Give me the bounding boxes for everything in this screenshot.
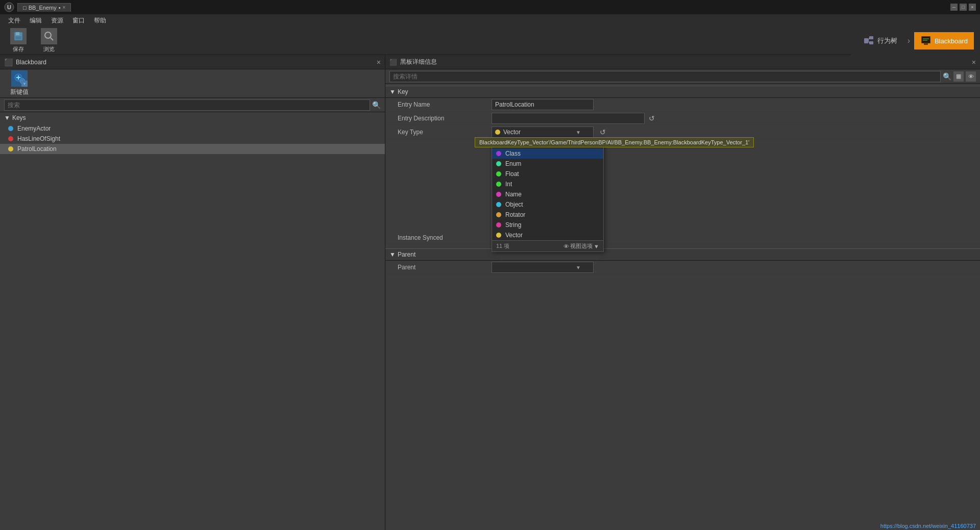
key-item-enemyactor[interactable]: EnemyActor bbox=[0, 123, 385, 134]
maximize-button[interactable]: □ bbox=[960, 4, 967, 11]
menu-bar: 文件 编辑 资源 窗口 帮助 bbox=[0, 14, 980, 27]
details-header-title: 黑板详细信息 bbox=[400, 58, 437, 66]
dropdown-item-class[interactable]: Class bbox=[492, 148, 603, 159]
search-icon[interactable]: 🔍 bbox=[372, 101, 381, 109]
parent-section-header: ▼ Parent bbox=[385, 248, 980, 261]
dropdown-item-name[interactable]: Name bbox=[492, 189, 603, 199]
dropdown-item-string[interactable]: String bbox=[492, 220, 603, 230]
blackboard-panel-icon: ⬛ bbox=[4, 58, 13, 66]
tab-bb-enemy[interactable]: □ BB_Enemy • × bbox=[17, 3, 71, 12]
left-panel-close[interactable]: × bbox=[377, 58, 381, 66]
main-toolbar: 保存 浏览 行为树 › bbox=[0, 27, 980, 55]
keys-list: ▼ Keys EnemyActor HasLineOfSight PatrolL… bbox=[0, 112, 385, 530]
parent-dropdown[interactable]: ▼ bbox=[492, 262, 594, 273]
view-options-button[interactable]: 👁 视图选项 ▼ bbox=[564, 242, 599, 250]
name-dot bbox=[496, 192, 501, 197]
menu-edit[interactable]: 编辑 bbox=[26, 15, 46, 26]
entry-name-row: Entry Name bbox=[385, 98, 980, 112]
tab-icon: □ bbox=[23, 5, 27, 11]
new-key-icon: ▼ ▼ bbox=[11, 70, 28, 87]
dropdown-label-int: Int bbox=[505, 181, 512, 188]
object-dot bbox=[496, 202, 501, 207]
dropdown-item-rotator[interactable]: Rotator bbox=[492, 210, 603, 220]
svg-rect-9 bbox=[869, 41, 873, 44]
dropdown-item-float[interactable]: Float bbox=[492, 169, 603, 179]
dropdown-label-class: Class bbox=[505, 150, 521, 157]
ue-logo: U bbox=[4, 2, 14, 12]
new-key-button[interactable]: ▼ ▼ 新键值 bbox=[6, 68, 33, 98]
float-dot bbox=[496, 171, 501, 176]
entry-desc-reset[interactable]: ↺ bbox=[647, 114, 657, 122]
details-toolbar-icons: ▦ 👁 bbox=[953, 71, 976, 82]
view-options-icon: 👁 bbox=[564, 243, 569, 249]
key-section-collapse[interactable]: ▼ bbox=[389, 88, 396, 95]
svg-rect-16 bbox=[924, 43, 928, 45]
behavior-tree-label: 行为树 bbox=[877, 36, 897, 45]
keys-collapse-icon[interactable]: ▼ bbox=[4, 114, 10, 121]
tab-modified: • bbox=[59, 5, 61, 11]
left-panel-header: ⬛ Blackboard × bbox=[0, 55, 385, 69]
eye-icon[interactable]: 👁 bbox=[966, 71, 976, 82]
details-close-btn[interactable]: × bbox=[972, 58, 976, 66]
svg-line-6 bbox=[51, 38, 53, 40]
svg-rect-13 bbox=[922, 37, 930, 43]
menu-window[interactable]: 窗口 bbox=[68, 15, 89, 26]
parent-section-collapse[interactable]: ▼ bbox=[389, 251, 396, 258]
rotator-dot bbox=[496, 212, 501, 217]
instance-synced-label: Instance Synced bbox=[389, 234, 492, 241]
dropdown-item-vector[interactable]: Vector bbox=[492, 230, 603, 240]
dropdown-label-float: Float bbox=[505, 170, 519, 178]
entry-desc-input[interactable] bbox=[492, 113, 645, 124]
key-type-reset[interactable]: ↺ bbox=[598, 128, 608, 136]
svg-point-5 bbox=[45, 32, 51, 38]
svg-line-11 bbox=[868, 41, 869, 43]
details-search-icon[interactable]: 🔍 bbox=[943, 72, 951, 81]
entry-name-input[interactable] bbox=[492, 99, 594, 110]
class-dot bbox=[496, 151, 501, 156]
browse-button[interactable]: 浏览 bbox=[37, 26, 61, 55]
blackboard-nav[interactable]: Blackboard bbox=[914, 32, 974, 49]
new-key-label: 新键值 bbox=[10, 88, 29, 96]
dropdown-count: 11 项 bbox=[496, 242, 509, 250]
key-item-patrollocation[interactable]: PatrolLocation bbox=[0, 144, 385, 154]
left-panel-title: Blackboard bbox=[16, 59, 46, 66]
details-search-input[interactable] bbox=[389, 71, 941, 82]
key-section-header: ▼ Key bbox=[385, 86, 980, 98]
menu-help[interactable]: 帮助 bbox=[90, 15, 110, 26]
search-input[interactable] bbox=[4, 99, 370, 111]
grid-view-icon[interactable]: ▦ bbox=[953, 71, 964, 82]
details-panel: ⬛ 黑板详细信息 × 🔍 ▦ 👁 ▼ Key bbox=[385, 55, 980, 530]
parent-value: ▼ bbox=[492, 262, 976, 273]
key-item-haslineofsight[interactable]: HasLineOfSight bbox=[0, 134, 385, 144]
details-content: ▼ Key Entry Name Entry Description ↺ bbox=[385, 84, 980, 530]
tab-close[interactable]: × bbox=[63, 5, 66, 10]
menu-file[interactable]: 文件 bbox=[4, 15, 24, 26]
save-icon bbox=[10, 28, 27, 44]
entry-desc-label: Entry Description bbox=[389, 115, 492, 122]
save-button[interactable]: 保存 bbox=[6, 26, 31, 55]
svg-rect-4 bbox=[15, 36, 21, 39]
key-section-label: Key bbox=[398, 88, 408, 95]
minimize-button[interactable]: ─ bbox=[950, 4, 958, 11]
entry-desc-value: ↺ bbox=[492, 113, 976, 124]
key-type-dropdown[interactable]: Vector ▼ bbox=[492, 127, 594, 138]
parent-section-label: Parent bbox=[398, 251, 415, 258]
blackboard-label: Blackboard bbox=[935, 37, 968, 45]
menu-assets[interactable]: 资源 bbox=[47, 15, 67, 26]
new-key-toolbar: ▼ ▼ 新键值 bbox=[0, 69, 385, 98]
dropdown-footer: 11 项 👁 视图选项 ▼ bbox=[492, 240, 603, 251]
close-button[interactable]: × bbox=[969, 4, 976, 11]
dropdown-item-object[interactable]: Object bbox=[492, 199, 603, 210]
keys-section-header: ▼ Keys bbox=[0, 112, 385, 123]
svg-rect-8 bbox=[869, 36, 873, 39]
key-type-dropdown-popup: BlackboardKeyType_Vector'/Game/ThirdPers… bbox=[492, 138, 604, 252]
key-type-label: Key Type bbox=[389, 129, 492, 136]
svg-rect-7 bbox=[864, 38, 868, 43]
dropdown-label-string: String bbox=[505, 221, 521, 229]
behavior-tree-nav[interactable]: 行为树 bbox=[857, 32, 903, 49]
dropdown-label-object: Object bbox=[505, 201, 523, 208]
dropdown-item-enum[interactable]: Enum bbox=[492, 159, 603, 169]
dropdown-item-int[interactable]: Int bbox=[492, 179, 603, 189]
vector-dot bbox=[496, 233, 501, 238]
status-url: https://blog.csdn.net/weixin_41160737 bbox=[880, 523, 976, 529]
